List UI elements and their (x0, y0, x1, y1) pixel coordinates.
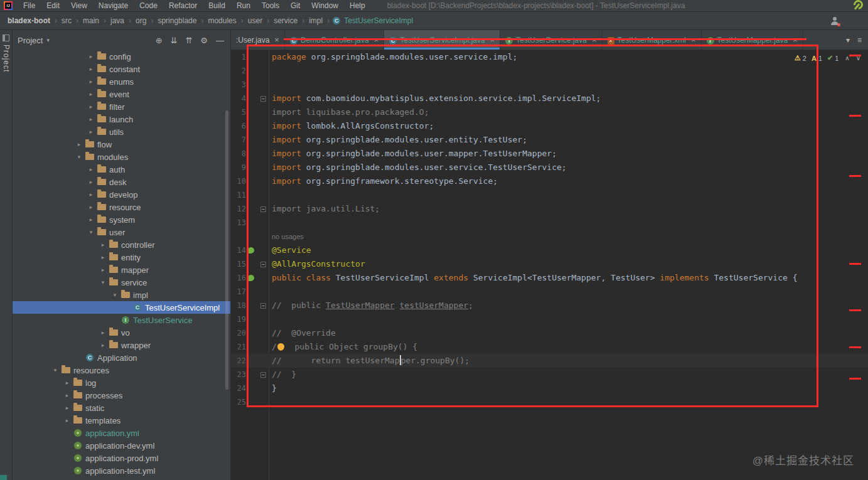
breadcrumb-current[interactable]: TestUserServiceImpl (343, 16, 414, 25)
tree-item-application-yml[interactable]: application.yml (13, 427, 230, 439)
tree-item-controller[interactable]: ▸controller (13, 238, 230, 251)
chevron-collapsed-icon[interactable]: ▸ (98, 342, 108, 348)
code-line-23[interactable]: 23−// } (231, 368, 868, 381)
code-line-14[interactable]: 14@Service (231, 243, 868, 257)
code-line-21[interactable]: 21/ public Object groupBy() { (231, 340, 868, 354)
menu-item-help[interactable]: Help (344, 1, 371, 10)
fold-marker[interactable]: − (259, 206, 267, 212)
menu-item-build[interactable]: Build (203, 1, 231, 10)
breadcrumb-item-impl[interactable]: impl (308, 16, 324, 25)
chevron-collapsed-icon[interactable]: ▸ (62, 417, 72, 424)
editor-tab-democontroller-java[interactable]: CDemoController.java× (285, 30, 384, 50)
settings-gear-icon[interactable]: ⚙ (200, 36, 208, 45)
code-line-2[interactable]: 2 (231, 64, 868, 78)
chevron-expanded-icon[interactable]: ▾ (74, 154, 84, 160)
tree-item-service[interactable]: ▾service (13, 276, 230, 289)
tree-item-templates[interactable]: ▸templates (13, 414, 230, 427)
tree-item-system[interactable]: ▸system (13, 213, 230, 226)
chevron-collapsed-icon[interactable]: ▸ (86, 204, 96, 210)
tree-item-impl[interactable]: ▾impl (13, 289, 230, 301)
code-area[interactable]: 1package org.springblade.modules.user.se… (231, 50, 868, 480)
chevron-collapsed-icon[interactable]: ▸ (86, 66, 96, 72)
chevron-collapsed-icon[interactable]: ▸ (86, 78, 96, 85)
tab-close-icon[interactable]: × (691, 35, 696, 45)
breadcrumb-item-service[interactable]: service (272, 16, 299, 25)
chevron-collapsed-icon[interactable]: ▸ (98, 267, 108, 273)
chevron-collapsed-icon[interactable]: ▸ (86, 191, 96, 198)
code-line-1[interactable]: 1package org.springblade.modules.user.se… (231, 50, 868, 64)
tree-item-constant[interactable]: ▸constant (13, 63, 230, 75)
chevron-expanded-icon[interactable]: ▾ (98, 279, 108, 285)
code-line-12[interactable]: 12−import java.util.List; (231, 202, 868, 216)
collapse-all-icon[interactable]: ⇈ (185, 36, 192, 45)
code-line-7[interactable]: 7import org.springblade.modules.user.ent… (231, 133, 868, 147)
ok-check-icon[interactable]: ✔1 (827, 54, 839, 62)
code-line-5[interactable]: 5import liquibase.pro.packaged.O; (231, 105, 868, 119)
breadcrumb-item-src[interactable]: src (60, 16, 73, 25)
select-opened-file-icon[interactable]: ⊕ (156, 36, 163, 45)
code-line-8[interactable]: 8import org.springblade.modules.user.map… (231, 147, 868, 161)
menu-item-run[interactable]: Run (231, 1, 256, 10)
chevron-collapsed-icon[interactable]: ▸ (98, 242, 108, 248)
tree-item-launch[interactable]: ▸launch (13, 113, 230, 125)
code-line-11[interactable]: 11 (231, 188, 868, 202)
chevron-collapsed-icon[interactable]: ▸ (62, 392, 72, 398)
fold-marker[interactable]: − (259, 372, 267, 378)
chevron-collapsed-icon[interactable]: ▸ (86, 179, 96, 185)
tree-item-flow[interactable]: ▸flow (13, 138, 230, 151)
code-line-20[interactable]: 20// @Override (231, 326, 868, 340)
spring-bean-gutter-icon[interactable] (246, 275, 256, 281)
tab-close-icon[interactable]: × (490, 35, 495, 45)
tree-item-modules[interactable]: ▾modules (13, 151, 230, 163)
tree-item-static[interactable]: ▸static (13, 402, 230, 414)
warning-triangle-icon[interactable]: ⚠2 (795, 54, 806, 62)
chevron-collapsed-icon[interactable]: ▸ (86, 91, 96, 97)
editor-tab-testuserservice-java[interactable]: ITestUserService.java× (500, 30, 602, 50)
code-line-13[interactable]: 13 (231, 216, 868, 230)
chevron-collapsed-icon[interactable]: ▸ (86, 129, 96, 135)
tree-item-event[interactable]: ▸event (13, 88, 230, 100)
chevron-collapsed-icon[interactable]: ▸ (86, 216, 96, 223)
code-line-15[interactable]: 15−@AllArgsConstructor (231, 257, 868, 271)
editor-tab-testuserserviceimpl-java[interactable]: CTestUserServiceImpl.java× (384, 30, 500, 50)
menu-item-code[interactable]: Code (134, 1, 163, 10)
hide-panel-icon[interactable]: — (216, 36, 224, 45)
breadcrumb-item-user[interactable]: user (247, 16, 264, 25)
code-line-3[interactable]: 3 (231, 78, 868, 92)
tree-item-application-test-yml[interactable]: application-test.yml (13, 464, 230, 477)
chevron-collapsed-icon[interactable]: ▸ (86, 116, 96, 122)
breadcrumb-item-modules[interactable]: modules (206, 16, 237, 25)
chevron-collapsed-icon[interactable]: ▸ (98, 329, 108, 336)
chevron-expanded-icon[interactable]: ▾ (50, 367, 60, 373)
tree-item-testuserservice[interactable]: ITestUserService (13, 314, 230, 326)
inlay-hint-row[interactable]: no usages (231, 230, 868, 243)
chevron-expanded-icon[interactable]: ▾ (110, 292, 120, 298)
tab-close-icon[interactable]: × (274, 35, 279, 45)
breadcrumb-item-springblade[interactable]: springblade (156, 16, 198, 25)
users-icon[interactable] (830, 17, 839, 25)
code-line-25[interactable]: 25 (231, 395, 868, 409)
chevron-expanded-icon[interactable]: ▾ (86, 229, 96, 235)
menu-item-tools[interactable]: Tools (256, 1, 285, 10)
typo-icon[interactable]: A1 (812, 55, 822, 62)
code-line-19[interactable]: 19 (231, 312, 868, 326)
menu-item-git[interactable]: Git (285, 1, 306, 10)
project-stripe-tab[interactable]: Project (0, 30, 12, 72)
tree-item-application-dev-yml[interactable]: application-dev.yml (13, 439, 230, 452)
menu-item-file[interactable]: File (18, 1, 41, 10)
tree-item-processes[interactable]: ▸processes (13, 389, 230, 402)
code-line-22[interactable]: 22// return testUserMapper.groupBy(); (231, 354, 868, 368)
editor-tab-testusermapper-xml[interactable]: xTestUserMapper.xml× (603, 30, 702, 50)
project-scrollbar[interactable] (225, 110, 228, 390)
fold-marker[interactable]: − (259, 96, 267, 102)
hidden-tabs-chevron-icon[interactable]: ▾ (846, 36, 850, 45)
tree-item-resources[interactable]: ▾resources (13, 364, 230, 376)
tree-item-desk[interactable]: ▸desk (13, 176, 230, 188)
tree-item-application[interactable]: CApplication (13, 351, 230, 364)
editor-tab-user-java[interactable]: :User.java× (231, 30, 285, 50)
chevron-collapsed-icon[interactable]: ▸ (86, 53, 96, 60)
spring-bean-gutter-icon[interactable] (246, 247, 256, 253)
tree-item-entity[interactable]: ▸entity (13, 251, 230, 264)
tab-options-icon[interactable]: ≡ (857, 36, 862, 45)
menu-item-navigate[interactable]: Navigate (93, 1, 134, 10)
